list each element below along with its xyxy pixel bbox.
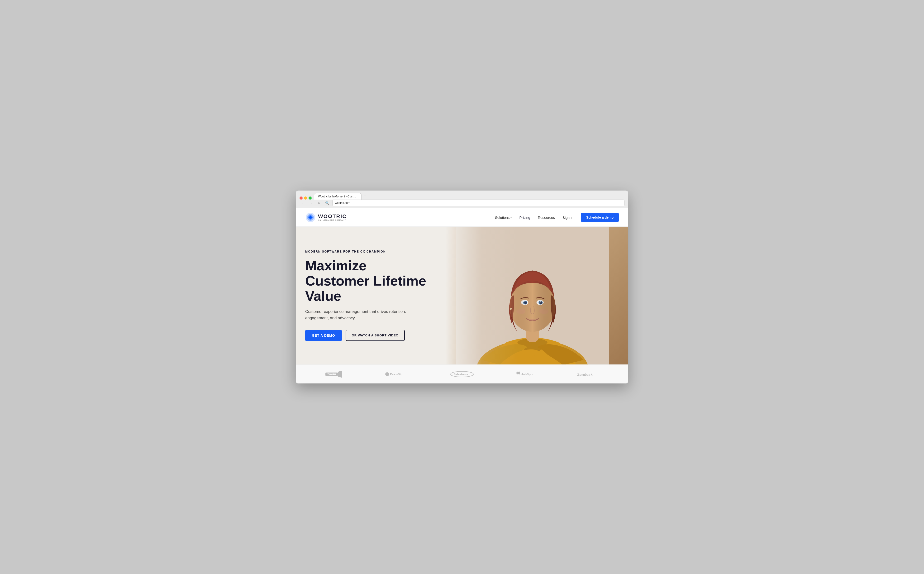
hero-headline-line2: Customer Lifetime Value (305, 273, 426, 304)
svg-marker-21 (338, 371, 342, 378)
browser-chrome: Wootric by InMoment - Customer Experienc… (296, 191, 628, 208)
nav-links: Solutions ▾ Pricing Resources Sign in Sc… (495, 213, 619, 222)
docusign-logo: DocuSign (385, 371, 409, 378)
close-button[interactable] (299, 197, 302, 200)
svg-point-27 (516, 372, 519, 374)
hero-section: MODERN SOFTWARE FOR THE CX CHAMPION Maxi… (296, 227, 628, 364)
nav-item-solutions[interactable]: Solutions ▾ (495, 216, 512, 219)
active-tab[interactable]: Wootric by InMoment - Customer Experienc… (314, 193, 362, 200)
zoom-logo: zoom (326, 371, 345, 378)
more-options-button[interactable]: ... (618, 193, 625, 200)
hubspot-logo: HubSpot (515, 371, 537, 378)
schedule-demo-button[interactable]: Schedule a demo (581, 213, 619, 222)
new-tab-button[interactable]: + (362, 193, 368, 199)
hero-headline-line1: Maximize (305, 258, 367, 273)
minimize-button[interactable] (304, 197, 307, 200)
traffic-lights (299, 197, 312, 200)
svg-text:DocuSign: DocuSign (390, 372, 405, 376)
address-bar[interactable]: wootric.com (332, 200, 625, 206)
logo-text: WOOTRIC AN INMOMENT COMPANY (318, 214, 346, 221)
salesforce-logo: Salesforce (449, 371, 475, 378)
hero-description: Customer experience management that driv… (305, 308, 419, 321)
wootric-logo-icon (305, 212, 316, 222)
nav-item-signin[interactable]: Sign in (562, 216, 573, 219)
address-bar-row: ← → ↻ 🔍 wootric.com (299, 200, 625, 206)
browser-window: Wootric by InMoment - Customer Experienc… (296, 191, 628, 383)
chevron-down-icon: ▾ (510, 216, 512, 219)
search-icon: 🔍 (324, 200, 331, 206)
logo-area[interactable]: WOOTRIC AN INMOMENT COMPANY (305, 212, 346, 222)
svg-text:Zendesk: Zendesk (577, 372, 593, 377)
svg-text:Salesforce: Salesforce (454, 373, 468, 376)
hero-gradient-overlay (445, 227, 628, 364)
hero-headline: Maximize Customer Lifetime Value (305, 258, 429, 303)
hero-buttons: GET A DEMO OR WATCH A SHORT VIDEO (305, 330, 429, 341)
hero-content: MODERN SOFTWARE FOR THE CX CHAMPION Maxi… (296, 236, 438, 355)
svg-text:HubSpot: HubSpot (521, 372, 534, 376)
watch-video-button[interactable]: OR WATCH A SHORT VIDEO (346, 330, 405, 341)
logo-sub-text: AN INMOMENT COMPANY (318, 219, 346, 221)
refresh-button[interactable]: ↻ (316, 200, 322, 206)
logo-brand-text: WOOTRIC (318, 214, 346, 219)
hero-eyebrow: MODERN SOFTWARE FOR THE CX CHAMPION (305, 250, 429, 253)
nav-item-pricing[interactable]: Pricing (519, 216, 530, 219)
website-content: WOOTRIC AN INMOMENT COMPANY Solutions ▾ … (296, 208, 628, 383)
svg-point-23 (385, 372, 389, 376)
navbar: WOOTRIC AN INMOMENT COMPANY Solutions ▾ … (296, 208, 628, 227)
svg-point-3 (309, 216, 312, 219)
maximize-button[interactable] (309, 197, 312, 200)
svg-text:zoom: zoom (327, 372, 336, 376)
get-demo-button[interactable]: GET A DEMO (305, 330, 342, 341)
hero-image-area (445, 227, 628, 364)
zendesk-logo: Zendesk (577, 371, 598, 378)
svg-rect-28 (519, 372, 520, 374)
forward-button[interactable]: → (308, 200, 314, 206)
logos-bar: zoom DocuSign Salesforce (296, 364, 628, 383)
nav-item-resources[interactable]: Resources (538, 216, 555, 219)
back-button[interactable]: ← (299, 200, 306, 206)
tab-bar: Wootric by InMoment - Customer Experienc… (299, 193, 625, 200)
nav-buttons: ← → ↻ 🔍 (299, 200, 331, 206)
